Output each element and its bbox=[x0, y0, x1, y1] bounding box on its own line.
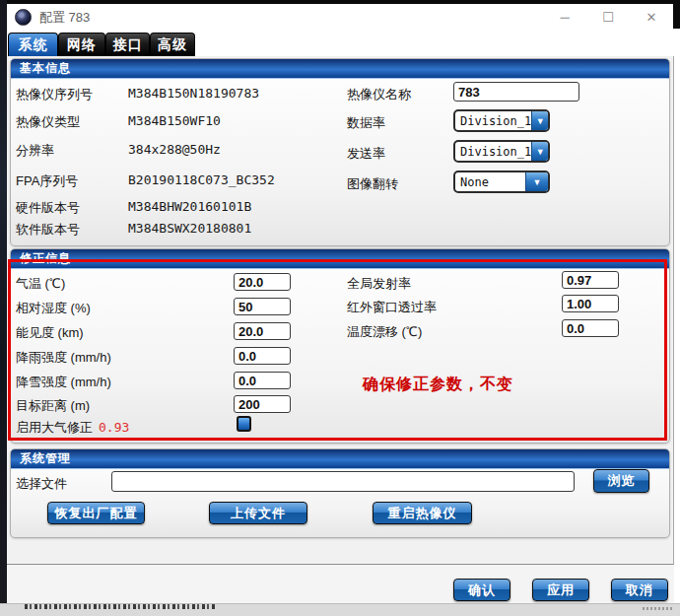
value-camera-type: M384B150WF10 bbox=[128, 113, 221, 128]
label-air-temperature: 气温 (℃) bbox=[16, 275, 65, 293]
data-rate-select[interactable]: Division_1 ▼ bbox=[453, 109, 550, 132]
value-sw-version: M384BSWX20180801 bbox=[128, 221, 251, 236]
data-rate-value: Division_1 bbox=[455, 111, 531, 130]
ir-window-transmittance-input[interactable] bbox=[562, 295, 619, 312]
value-resolution: 384x288@50Hz bbox=[128, 142, 221, 157]
label-hw-version: 硬件版本号 bbox=[16, 199, 80, 217]
group-basic-info-header: 基本信息 bbox=[11, 59, 669, 79]
background-window-strip bbox=[0, 0, 7, 604]
label-ir-window-transmittance: 红外窗口透过率 bbox=[347, 299, 437, 316]
label-camera-name: 热像仪名称 bbox=[347, 86, 411, 103]
camera-name-input[interactable] bbox=[453, 82, 579, 102]
atmos-correction-text: 启用大气修正 bbox=[16, 420, 93, 435]
label-sw-version: 软件版本号 bbox=[16, 221, 80, 239]
group-system-mgmt: 系统管理 bbox=[10, 448, 670, 538]
label-fpa-serial: FPA序列号 bbox=[16, 172, 78, 190]
label-send-rate: 发送率 bbox=[347, 145, 385, 163]
tab-bar: 系统 网络 接口 高级 bbox=[7, 33, 674, 56]
clipped-background-text bbox=[25, 604, 217, 609]
tab-network[interactable]: 网络 bbox=[58, 33, 105, 56]
label-target-distance: 目标距离 (m) bbox=[16, 397, 90, 415]
air-temperature-input[interactable] bbox=[234, 273, 291, 291]
chevron-down-icon[interactable]: ▼ bbox=[525, 172, 548, 191]
cancel-button[interactable]: 取消 bbox=[611, 579, 668, 601]
tab-advanced[interactable]: 高级 bbox=[150, 33, 195, 56]
chevron-down-icon[interactable]: ▼ bbox=[531, 142, 548, 161]
upload-file-button[interactable]: 上传文件 bbox=[209, 502, 307, 524]
chevron-down-icon[interactable]: ▼ bbox=[531, 111, 548, 130]
label-data-rate: 数据率 bbox=[347, 114, 385, 132]
label-rain-intensity: 降雨强度 (mm/h) bbox=[16, 349, 111, 367]
target-distance-input[interactable] bbox=[234, 395, 291, 413]
background-window-edge bbox=[673, 0, 680, 29]
value-hw-version: M384BHW20160101B bbox=[128, 199, 251, 214]
reboot-camera-button[interactable]: 重启热像仪 bbox=[373, 502, 472, 524]
confirm-button[interactable]: 确认 bbox=[453, 579, 510, 601]
group-system-mgmt-header: 系统管理 bbox=[11, 449, 669, 469]
atmos-coefficient: 0.93 bbox=[99, 420, 129, 435]
label-resolution: 分辨率 bbox=[16, 142, 54, 160]
camera-lens-icon bbox=[15, 9, 32, 26]
send-rate-select[interactable]: Division_1 ▼ bbox=[453, 140, 550, 163]
rain-intensity-input[interactable] bbox=[234, 347, 291, 365]
clipped-background-text bbox=[643, 607, 672, 610]
global-emissivity-input[interactable] bbox=[562, 271, 619, 289]
label-atmos-correction: 启用大气修正0.93 bbox=[16, 419, 129, 437]
value-fpa-serial: B20190118C073_BC352 bbox=[128, 172, 275, 187]
label-visibility: 能见度 (km) bbox=[16, 324, 84, 342]
label-relative-humidity: 相对湿度 (%) bbox=[16, 300, 91, 317]
close-button[interactable]: ✕ bbox=[630, 4, 673, 31]
minimize-button[interactable]: ─ bbox=[543, 4, 586, 31]
visibility-input[interactable] bbox=[234, 322, 291, 340]
label-serial-number: 热像仪序列号 bbox=[16, 86, 93, 103]
image-flip-select[interactable]: None ▼ bbox=[453, 171, 550, 193]
window-controls: ─ ☐ ✕ bbox=[543, 4, 673, 31]
restore-factory-button[interactable]: 恢复出厂配置 bbox=[47, 502, 145, 524]
maximize-button[interactable]: ☐ bbox=[586, 4, 630, 31]
titlebar: 配置 783 ─ ☐ ✕ bbox=[7, 4, 673, 31]
snow-intensity-input[interactable] bbox=[234, 372, 291, 389]
label-global-emissivity: 全局发射率 bbox=[347, 275, 411, 293]
label-image-flip: 图像翻转 bbox=[347, 175, 398, 193]
tab-system[interactable]: 系统 bbox=[8, 33, 58, 56]
temperature-drift-input[interactable] bbox=[562, 319, 619, 337]
label-temperature-drift: 温度漂移 (℃) bbox=[347, 323, 422, 341]
tab-interface[interactable]: 接口 bbox=[105, 33, 150, 56]
label-select-file: 选择文件 bbox=[16, 475, 67, 493]
window-title: 配置 783 bbox=[39, 9, 90, 27]
browse-button[interactable]: 浏览 bbox=[593, 469, 649, 493]
group-correction-header: 修正信息 bbox=[11, 249, 669, 269]
atmos-correction-checkbox[interactable] bbox=[237, 416, 251, 432]
annotation-red-text: 确保修正参数，不变 bbox=[363, 375, 513, 395]
value-serial-number: M384B150N18190783 bbox=[128, 86, 259, 101]
image-flip-value: None bbox=[455, 172, 525, 191]
file-path-input[interactable] bbox=[111, 471, 575, 492]
label-camera-type: 热像仪类型 bbox=[16, 113, 80, 131]
label-snow-intensity: 降雪强度 (mm/h) bbox=[16, 374, 111, 391]
relative-humidity-input[interactable] bbox=[234, 298, 291, 315]
send-rate-value: Division_1 bbox=[455, 142, 531, 161]
apply-button[interactable]: 应用 bbox=[532, 579, 589, 601]
